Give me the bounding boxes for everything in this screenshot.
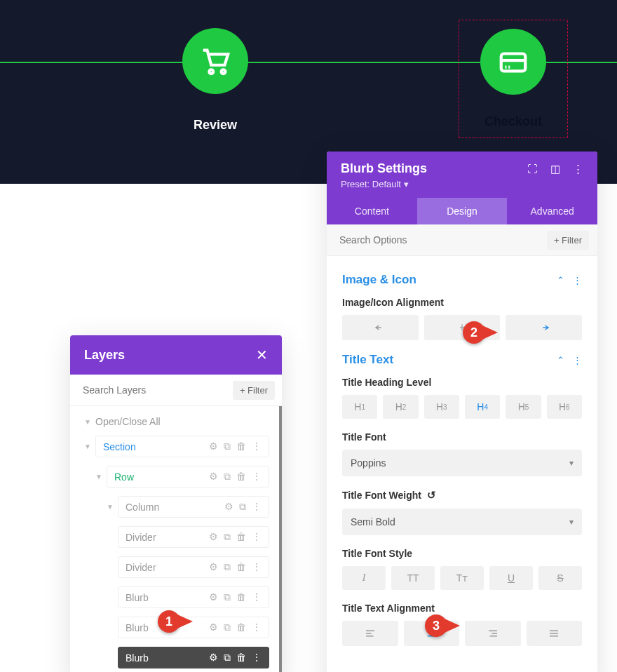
smallcaps-button[interactable]: Tᴛ xyxy=(440,566,484,590)
columns-icon[interactable]: ◫ xyxy=(550,163,560,175)
more-icon[interactable]: ⋮ xyxy=(252,621,262,633)
settings-body: Image & Icon ⌃⋮ Image/Icon Alignment Tit… xyxy=(327,256,597,672)
gear-icon[interactable]: ⚙ xyxy=(209,621,218,633)
gear-icon[interactable]: ⚙ xyxy=(209,591,218,603)
style-label: Title Font Style xyxy=(342,548,582,559)
trash-icon[interactable]: 🗑 xyxy=(236,471,246,483)
chevron-up-icon[interactable]: ⌃ xyxy=(557,275,564,285)
duplicate-icon[interactable]: ⧉ xyxy=(224,441,231,452)
svg-rect-2 xyxy=(501,54,526,72)
duplicate-icon[interactable]: ⧉ xyxy=(224,471,231,483)
text-align-left-button[interactable] xyxy=(342,621,398,646)
text-align-row xyxy=(342,621,582,646)
text-align-label: Title Text Alignment xyxy=(342,603,582,614)
more-icon[interactable]: ⋮ xyxy=(252,441,262,452)
svg-point-1 xyxy=(222,69,226,74)
text-align-justify-button[interactable] xyxy=(527,621,583,646)
text-align-right-button[interactable] xyxy=(465,621,521,646)
trash-icon[interactable]: 🗑 xyxy=(236,652,246,664)
trash-icon[interactable]: 🗑 xyxy=(236,621,246,633)
font-select[interactable]: Poppins▾ xyxy=(342,450,582,476)
duplicate-icon[interactable]: ⧉ xyxy=(224,591,231,603)
callout-3: 3 xyxy=(425,614,460,637)
tree-section[interactable]: ▼ Section ⚙⧉🗑⋮ xyxy=(79,431,271,462)
trash-icon[interactable]: 🗑 xyxy=(236,441,246,452)
settings-tabs: Content Design Advanced xyxy=(327,198,597,224)
caret-down-icon: ▼ xyxy=(95,473,102,481)
gear-icon[interactable]: ⚙ xyxy=(224,501,233,513)
tree-open-close[interactable]: ▼ Open/Close All xyxy=(79,412,271,431)
chevron-up-icon[interactable]: ⌃ xyxy=(557,355,564,365)
weight-label: Title Font Weight↺ xyxy=(342,489,582,502)
preset-selector[interactable]: Preset: Default ▾ xyxy=(341,179,583,189)
layers-header: Layers ✕ xyxy=(70,335,282,375)
section-title-text[interactable]: Title Text ⌃⋮ xyxy=(342,353,582,367)
gear-icon[interactable]: ⚙ xyxy=(209,441,218,452)
heading-level-label: Title Heading Level xyxy=(342,377,582,388)
caret-down-icon: ▼ xyxy=(84,418,91,426)
gear-icon[interactable]: ⚙ xyxy=(209,531,218,543)
tab-advanced[interactable]: Advanced xyxy=(507,198,597,224)
duplicate-icon[interactable]: ⧉ xyxy=(224,531,231,543)
step-review-label: Review xyxy=(182,118,248,133)
h4-button[interactable]: H4 xyxy=(465,395,500,419)
close-icon[interactable]: ✕ xyxy=(256,347,268,363)
duplicate-icon[interactable]: ⧉ xyxy=(224,561,231,573)
more-icon[interactable]: ⋮ xyxy=(252,471,262,483)
layers-search-row: + Filter xyxy=(70,375,282,406)
h3-button[interactable]: H3 xyxy=(424,395,459,419)
reset-icon[interactable]: ↺ xyxy=(427,489,436,502)
tree-blurb[interactable]: Blurb ⚙⧉🗑⋮ xyxy=(79,582,271,612)
h2-button[interactable]: H2 xyxy=(383,395,418,419)
more-icon[interactable]: ⋮ xyxy=(573,355,582,365)
h1-button[interactable]: H1 xyxy=(342,395,377,419)
expand-icon[interactable]: ⛶ xyxy=(527,163,538,175)
caret-down-icon: ▼ xyxy=(107,503,114,511)
tab-design[interactable]: Design xyxy=(417,198,508,224)
underline-button[interactable]: U xyxy=(489,566,533,590)
cart-icon xyxy=(182,28,248,94)
tree-blurb-active[interactable]: Blurb ⚙⧉🗑⋮ xyxy=(79,643,271,672)
more-icon[interactable]: ⋮ xyxy=(252,591,262,603)
caret-down-icon: ▼ xyxy=(84,443,91,450)
uppercase-button[interactable]: TT xyxy=(391,566,435,590)
strikethrough-button[interactable]: S xyxy=(538,566,582,590)
more-icon[interactable]: ⋮ xyxy=(252,501,262,513)
tree-column[interactable]: ▼ Column ⚙⧉⋮ xyxy=(79,492,271,522)
layers-filter-button[interactable]: + Filter xyxy=(233,381,275,400)
layers-title: Layers xyxy=(84,348,125,363)
select-caret-icon: ▾ xyxy=(569,458,574,468)
more-icon[interactable]: ⋮ xyxy=(252,652,262,664)
gear-icon[interactable]: ⚙ xyxy=(209,471,218,483)
callout-1: 1 xyxy=(158,610,193,633)
callout-2: 2 xyxy=(463,321,498,344)
h5-button[interactable]: H5 xyxy=(506,395,541,419)
more-icon[interactable]: ⋮ xyxy=(573,275,582,285)
trash-icon[interactable]: 🗑 xyxy=(236,561,246,573)
gear-icon[interactable]: ⚙ xyxy=(209,652,218,664)
align-right-button[interactable] xyxy=(506,315,582,340)
duplicate-icon[interactable]: ⧉ xyxy=(224,652,231,664)
gear-icon[interactable]: ⚙ xyxy=(209,561,218,573)
align-left-button[interactable] xyxy=(342,315,419,340)
duplicate-icon[interactable]: ⧉ xyxy=(239,501,246,513)
tree-divider[interactable]: Divider ⚙⧉🗑⋮ xyxy=(79,522,271,552)
settings-search-input[interactable] xyxy=(335,230,547,250)
layers-search-input[interactable] xyxy=(77,380,233,400)
settings-filter-button[interactable]: + Filter xyxy=(547,231,589,250)
italic-button[interactable]: I xyxy=(342,566,386,590)
more-icon[interactable]: ⋮ xyxy=(252,531,262,543)
trash-icon[interactable]: 🗑 xyxy=(236,591,246,603)
settings-search-row: + Filter xyxy=(327,224,597,256)
weight-select[interactable]: Semi Bold▾ xyxy=(342,509,582,535)
tree-row-item[interactable]: ▼ Row ⚙⧉🗑⋮ xyxy=(79,462,271,492)
section-image-icon[interactable]: Image & Icon ⌃⋮ xyxy=(342,273,582,287)
more-icon[interactable]: ⋮ xyxy=(252,561,262,573)
tree-divider[interactable]: Divider ⚙⧉🗑⋮ xyxy=(79,552,271,582)
duplicate-icon[interactable]: ⧉ xyxy=(224,621,231,633)
trash-icon[interactable]: 🗑 xyxy=(236,531,246,543)
more-icon[interactable]: ⋮ xyxy=(573,163,583,175)
h6-button[interactable]: H6 xyxy=(547,395,582,419)
tab-content[interactable]: Content xyxy=(327,198,417,224)
step-checkout: Checkout xyxy=(459,20,568,138)
